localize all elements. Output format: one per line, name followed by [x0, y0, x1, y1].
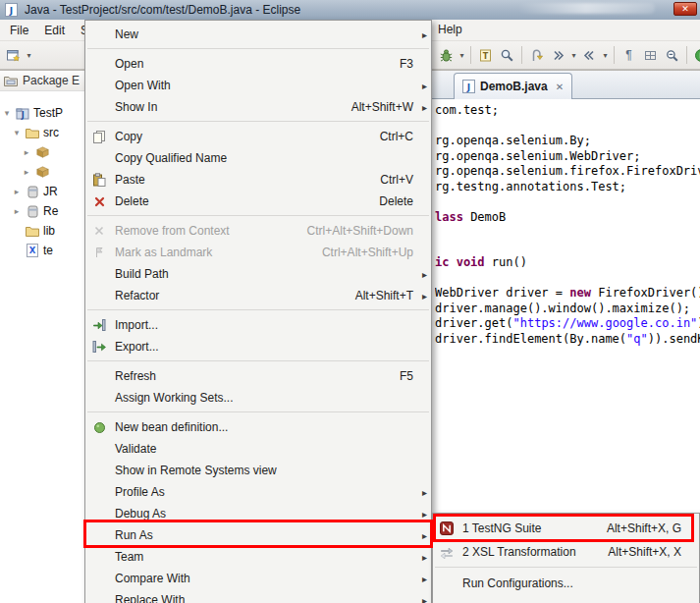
- context-menu-item-delete[interactable]: DeleteDelete: [85, 191, 431, 212]
- toolbar-separator: [470, 46, 471, 64]
- editor-tab-label: DemoB.java: [480, 80, 548, 93]
- last-edit-location-icon[interactable]: [526, 44, 547, 66]
- menu-item-label: Mark as Landmark: [115, 246, 212, 259]
- context-menu-item-replace-with[interactable]: Replace With▸: [85, 589, 431, 603]
- context-menu-item-build-path[interactable]: Build Path▸: [85, 263, 431, 285]
- menu-item-label: Compare With: [115, 572, 190, 585]
- run-as-item-2-xsl-transformation[interactable]: 2 XSL TransformationAlt+Shift+X, X: [433, 540, 699, 564]
- context-menu-item-team[interactable]: Team▸: [85, 546, 431, 568]
- menu-separator: [87, 215, 429, 216]
- context-menu-item-paste[interactable]: PasteCtrl+V: [85, 169, 431, 191]
- titlebar-glare: [517, 3, 655, 14]
- menu-item-label: Import...: [115, 318, 158, 332]
- tree-expanded-icon[interactable]: ▾: [12, 128, 22, 137]
- context-menu-item-import[interactable]: Import...: [85, 314, 431, 336]
- next-annotation-icon[interactable]: [548, 44, 568, 66]
- block-selection-icon[interactable]: [640, 44, 661, 66]
- menu-item-label: Delete: [115, 194, 149, 208]
- menu-item-shortcut: Ctrl+C: [380, 130, 413, 143]
- tree-collapsed-icon[interactable]: ▸: [12, 206, 22, 216]
- toolbar-right: ▾T▾▾¶: [436, 41, 700, 69]
- context-menu-item-show-in[interactable]: Show InAlt+Shift+W▸: [85, 96, 431, 118]
- submenu-arrow-icon: ▸: [413, 291, 427, 302]
- context-menu-item-copy[interactable]: CopyCtrl+C: [85, 126, 431, 147]
- context-menu-item-export[interactable]: Export...: [85, 336, 431, 357]
- context-menu-item-assign-working-sets[interactable]: Assign Working Sets...: [85, 387, 431, 409]
- context-menu-item-new[interactable]: New▸: [85, 24, 431, 45]
- eclipse-window: J Java - TestProject/src/com/test/DemoB.…: [0, 0, 700, 603]
- tree-item-label: src: [43, 126, 59, 139]
- run-icon[interactable]: [691, 44, 700, 66]
- menu-item-label: Profile As: [115, 485, 165, 499]
- tree-collapsed-icon[interactable]: ▸: [12, 187, 22, 196]
- svg-text:J: J: [9, 6, 13, 16]
- context-menu-item-compare-with[interactable]: Compare With▸: [85, 568, 431, 589]
- menu-item-label: Open: [115, 57, 143, 71]
- open-type-icon[interactable]: T: [475, 44, 496, 66]
- menu-separator: [435, 567, 697, 568]
- submenu-arrow-icon: ▸: [413, 509, 427, 520]
- dropdown-arrow-icon[interactable]: ▾: [569, 51, 578, 60]
- context-menu-item-remove-from-context[interactable]: Remove from ContextCtrl+Alt+Shift+Down: [85, 220, 431, 242]
- menu-item-label: Show in Remote Systems view: [115, 464, 277, 477]
- run-as-item-run-configurations[interactable]: Run Configurations...: [433, 572, 699, 595]
- tree-expanded-icon[interactable]: ▾: [2, 108, 12, 118]
- tree-collapsed-icon[interactable]: ▸: [22, 167, 31, 177]
- code-line: driver.get("https://www.google.co.in");: [435, 316, 700, 332]
- submenu-arrow-icon: ▸: [413, 81, 427, 91]
- svg-text:J: J: [466, 82, 470, 92]
- debug-icon[interactable]: [436, 44, 457, 66]
- context-menu-item-profile-as[interactable]: Profile As▸: [85, 481, 431, 503]
- context-menu-item-show-in-remote-systems-view[interactable]: Show in Remote Systems view: [85, 460, 431, 481]
- menu-item-label: Build Path: [115, 267, 169, 281]
- menu-separator: [87, 309, 429, 310]
- context-menu-item-validate[interactable]: Validate: [85, 438, 431, 460]
- new-wizard-icon[interactable]: [3, 44, 24, 66]
- menu-item-label: Replace With: [115, 593, 185, 603]
- mark-landmark-icon: [89, 247, 109, 258]
- svg-text:T: T: [483, 51, 489, 60]
- dropdown-arrow-icon[interactable]: ▾: [458, 51, 466, 60]
- code-line: lass DemoB: [435, 210, 700, 226]
- menubar-item-help[interactable]: Help: [434, 23, 466, 36]
- remove-context-icon: [89, 225, 109, 237]
- context-menu-item-mark-as-landmark[interactable]: Mark as LandmarkCtrl+Alt+Shift+Up: [85, 242, 431, 263]
- search-icon[interactable]: [497, 44, 517, 66]
- context-menu-item-open-with[interactable]: Open With▸: [85, 75, 431, 96]
- tree-item-label: Re: [43, 204, 58, 218]
- window-close-button[interactable]: [673, 2, 697, 16]
- menu-item-label: Validate: [115, 442, 156, 456]
- menu-item-shortcut: Ctrl+Alt+Shift+Up: [322, 246, 413, 259]
- java-file-icon: J: [462, 80, 475, 93]
- titlebar: J Java - TestProject/src/com/test/DemoB.…: [0, 0, 700, 20]
- code-line: [435, 119, 700, 135]
- context-menu-item-refactor[interactable]: RefactorAlt+Shift+T▸: [85, 285, 431, 306]
- library-icon: [25, 186, 40, 198]
- import-icon: [89, 318, 109, 332]
- paste-icon: [89, 173, 109, 187]
- show-whitespace-icon[interactable]: ¶: [619, 44, 639, 66]
- context-menu-item-new-bean-definition[interactable]: New bean definition...: [85, 416, 431, 438]
- menu-item-shortcut: F5: [400, 369, 413, 383]
- editor-tab-demob-java[interactable]: J DemoB.java: [454, 73, 572, 99]
- zoom-icon[interactable]: [662, 44, 682, 66]
- submenu-arrow-icon: ▸: [413, 574, 427, 584]
- code-line: rg.openqa.selenium.By;: [435, 134, 700, 149]
- source-folder-icon: [25, 127, 40, 138]
- prev-annotation-icon[interactable]: [579, 44, 600, 66]
- menubar-items: FileEditS: [2, 21, 96, 40]
- dropdown-arrow-icon[interactable]: ▾: [601, 51, 610, 60]
- tree-collapsed-icon[interactable]: ▸: [22, 147, 31, 157]
- svg-text:X: X: [29, 246, 36, 255]
- menu-item-label: Paste: [115, 173, 145, 187]
- dropdown-arrow-icon[interactable]: ▾: [25, 51, 33, 60]
- menubar-item-edit[interactable]: Edit: [36, 21, 73, 40]
- context-menu-item-copy-qualified-name[interactable]: Copy Qualified Name: [85, 147, 431, 169]
- toolbar-left: ▾: [3, 41, 33, 69]
- menubar-item-file[interactable]: File: [2, 21, 36, 40]
- context-menu-item-open[interactable]: OpenF3: [85, 53, 431, 75]
- tab-close-icon[interactable]: [556, 82, 564, 92]
- submenu-arrow-icon: ▸: [413, 29, 427, 40]
- context-menu-item-refresh[interactable]: RefreshF5: [85, 365, 431, 387]
- toolbar-separator: [686, 46, 687, 64]
